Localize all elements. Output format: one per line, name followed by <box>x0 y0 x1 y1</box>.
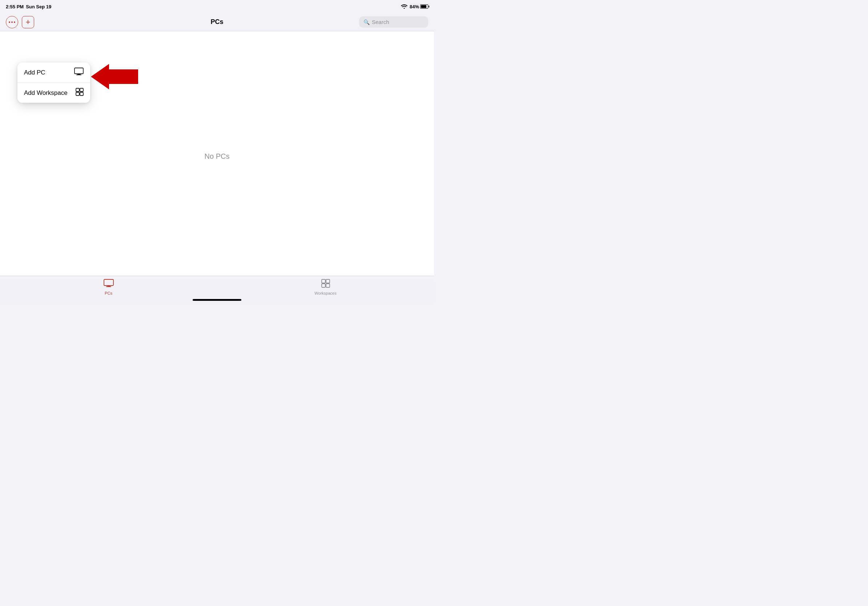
svg-rect-8 <box>104 279 113 286</box>
svg-rect-12 <box>326 279 330 283</box>
battery-container: 84% <box>410 4 428 9</box>
main-content: No PCs Add PC Add Workspace <box>0 31 434 281</box>
search-box[interactable]: 🔍 Search <box>359 16 428 28</box>
status-right: 84% <box>401 4 428 10</box>
status-left: 2:55 PM Sun Sep 19 <box>6 4 51 9</box>
wifi-icon <box>401 4 408 10</box>
add-button[interactable]: + <box>22 16 34 28</box>
svg-rect-5 <box>76 92 79 96</box>
nav-left: + <box>6 16 34 28</box>
svg-rect-14 <box>326 284 330 288</box>
svg-rect-11 <box>322 279 326 283</box>
pcs-tab-label: PCs <box>105 291 112 295</box>
red-arrow-annotation <box>73 64 138 91</box>
add-pc-label: Add PC <box>24 69 45 76</box>
workspaces-tab-label: Workspaces <box>315 291 336 295</box>
nav-bar: + PCs 🔍 Search <box>0 13 434 31</box>
tab-workspaces[interactable]: Workspaces <box>217 279 434 295</box>
battery-icon <box>420 5 428 9</box>
home-indicator <box>193 299 241 301</box>
svg-rect-6 <box>80 92 83 96</box>
status-bar: 2:55 PM Sun Sep 19 84% <box>0 0 434 13</box>
battery-fill <box>421 5 426 8</box>
time: 2:55 PM <box>6 4 23 9</box>
tab-bar: PCs Workspaces <box>0 276 434 303</box>
workspaces-tab-icon <box>321 279 330 290</box>
search-placeholder: Search <box>372 19 389 25</box>
svg-rect-9 <box>107 286 110 286</box>
page-title: PCs <box>211 18 223 26</box>
add-workspace-label: Add Workspace <box>24 90 68 97</box>
pcs-tab-icon <box>104 279 114 290</box>
date: Sun Sep 19 <box>26 4 51 9</box>
svg-rect-10 <box>106 286 111 287</box>
search-icon: 🔍 <box>363 19 370 25</box>
svg-marker-7 <box>91 64 138 90</box>
empty-message: No PCs <box>205 152 230 161</box>
more-dots-icon <box>9 22 15 23</box>
tab-pcs[interactable]: PCs <box>0 279 217 295</box>
more-button[interactable] <box>6 16 18 28</box>
svg-rect-13 <box>322 284 326 288</box>
battery-percent: 84% <box>410 4 419 9</box>
